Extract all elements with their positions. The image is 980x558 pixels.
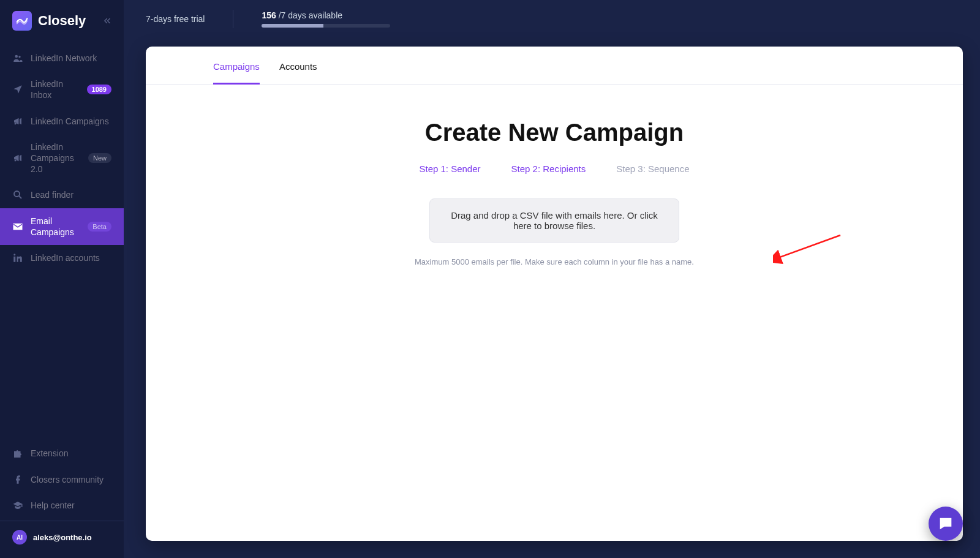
progress-fill <box>262 24 323 28</box>
steps: Step 1: Sender Step 2: Recipients Step 3… <box>334 164 775 174</box>
trial-count: 156 <box>262 10 276 20</box>
brand-name: Closely <box>38 13 86 29</box>
linkedin-icon <box>12 252 23 263</box>
send-icon <box>12 84 23 95</box>
nav: LinkedIn Network LinkedIn Inbox 1089 Lin… <box>0 42 124 440</box>
sidebar-item-label: Extension <box>31 448 111 459</box>
sidebar-item-label: Closers community <box>31 474 111 485</box>
new-badge: New <box>88 153 111 163</box>
svg-point-1 <box>18 56 20 58</box>
trial-text: 7-days free trial <box>146 14 205 24</box>
topbar: 7-days free trial 156 /7 days available <box>124 0 980 38</box>
graduation-icon <box>12 500 23 511</box>
step-recipients[interactable]: Step 2: Recipients <box>511 164 586 174</box>
sidebar-item-linkedin-campaigns-2[interactable]: LinkedIn Campaigns 2.0 New <box>0 134 124 183</box>
svg-line-6 <box>778 235 840 258</box>
user-row[interactable]: Al aleks@onthe.io <box>0 521 124 553</box>
tabs: Campaigns Accounts <box>146 47 963 85</box>
sidebar-item-label: Lead finder <box>31 189 111 200</box>
chat-launcher[interactable] <box>929 507 963 541</box>
chat-icon <box>937 515 954 532</box>
separator <box>233 10 233 28</box>
annotation-arrow <box>773 230 846 267</box>
sidebar-item-extension[interactable]: Extension <box>0 440 124 466</box>
sidebar-item-label: LinkedIn Campaigns 2.0 <box>31 141 81 175</box>
puzzle-icon <box>12 448 23 459</box>
sidebar-item-label: Email Campaigns <box>31 216 80 238</box>
logo-row: Closely <box>0 0 124 42</box>
sidebar-item-linkedin-inbox[interactable]: LinkedIn Inbox 1089 <box>0 71 124 108</box>
user-email: aleks@onthe.io <box>33 533 92 542</box>
megaphone-icon <box>12 153 23 164</box>
main: 7-days free trial 156 /7 days available … <box>124 0 980 558</box>
megaphone-icon <box>12 116 23 127</box>
trial-stat-block: 156 /7 days available <box>262 10 390 28</box>
search-icon <box>12 189 23 200</box>
trial-stat: 156 /7 days available <box>262 10 390 20</box>
sidebar-item-linkedin-network[interactable]: LinkedIn Network <box>0 45 124 71</box>
svg-point-0 <box>15 55 18 58</box>
tab-campaigns[interactable]: Campaigns <box>213 61 260 85</box>
inbox-count-badge: 1089 <box>87 85 111 94</box>
tab-accounts[interactable]: Accounts <box>279 61 317 84</box>
csv-dropzone[interactable]: Drag and drop a CSV file with emails her… <box>429 198 679 243</box>
sidebar-item-label: LinkedIn Campaigns <box>31 116 111 127</box>
sidebar-item-lead-finder[interactable]: Lead finder <box>0 182 124 208</box>
sidebar-item-linkedin-accounts[interactable]: LinkedIn accounts <box>0 245 124 271</box>
collapse-icon[interactable] <box>103 17 111 25</box>
beta-badge: Beta <box>88 222 111 232</box>
footer-nav: Extension Closers community Help center … <box>0 440 124 558</box>
sidebar-item-email-campaigns[interactable]: Email Campaigns Beta <box>0 208 124 245</box>
sidebar-item-label: LinkedIn Network <box>31 53 111 64</box>
sidebar-item-label: LinkedIn accounts <box>31 252 111 263</box>
sidebar-item-label: LinkedIn Inbox <box>31 78 80 100</box>
users-icon <box>12 53 23 64</box>
sidebar-item-linkedin-campaigns[interactable]: LinkedIn Campaigns <box>0 108 124 134</box>
avatar: Al <box>12 530 27 545</box>
step-sequence[interactable]: Step 3: Sequence <box>616 164 689 174</box>
logo-icon <box>12 11 32 31</box>
sidebar-item-community[interactable]: Closers community <box>0 467 124 492</box>
sidebar-item-label: Help center <box>31 500 111 511</box>
step-sender[interactable]: Step 1: Sender <box>419 164 480 174</box>
svg-rect-4 <box>13 257 15 262</box>
sidebar-item-help[interactable]: Help center <box>0 492 124 518</box>
sidebar: Closely LinkedIn Network LinkedIn Inbox … <box>0 0 124 558</box>
mail-icon <box>12 221 23 232</box>
content-card: Campaigns Accounts Create New Campaign S… <box>146 47 963 541</box>
progress-bar <box>262 24 390 28</box>
upload-hint: Maximum 5000 emails per file. Make sure … <box>334 257 775 266</box>
svg-point-2 <box>14 191 20 197</box>
trial-suffix: /7 days available <box>279 10 342 20</box>
create-campaign-panel: Create New Campaign Step 1: Sender Step … <box>334 119 775 266</box>
page-title: Create New Campaign <box>334 119 775 146</box>
facebook-icon <box>12 474 23 485</box>
svg-point-5 <box>13 254 15 255</box>
